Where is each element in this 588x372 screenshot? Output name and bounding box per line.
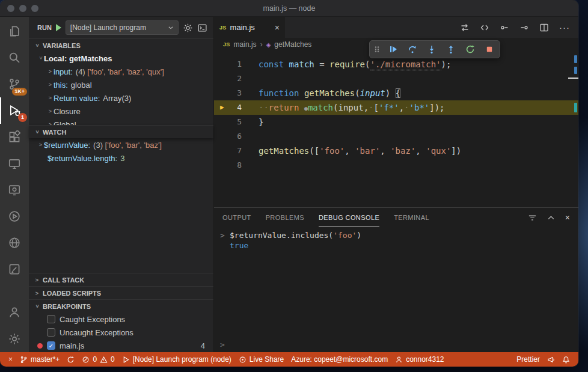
watch-section-header[interactable]: > WATCH (29, 125, 213, 138)
restart-button[interactable] (462, 41, 478, 57)
sync-icon (67, 356, 75, 364)
scope-row-global[interactable]: > Global (29, 118, 213, 125)
sidebar-item-remote-monitor[interactable] (0, 177, 29, 203)
console-input-row[interactable]: > (214, 340, 578, 350)
sidebar-item-run-debug[interactable]: 1 (0, 97, 29, 124)
breakpoint-label: Caught Exceptions (60, 315, 125, 324)
breakpoint-dot-icon (37, 343, 43, 349)
launch-label: [Node] Launch program (node) (133, 355, 231, 364)
play-outline-icon (122, 356, 130, 364)
breakpoint-row-caught[interactable]: Caught Exceptions (29, 313, 213, 326)
step-out-button[interactable] (443, 41, 459, 57)
overview-ruler-mark (574, 67, 577, 74)
checkbox-unchecked[interactable] (47, 328, 55, 337)
chevron-down-icon: > (38, 55, 44, 61)
close-button[interactable] (7, 5, 14, 12)
start-debug-button[interactable] (56, 24, 61, 31)
scope-row[interactable]: > Local: getMatches (29, 52, 213, 65)
play-circle-icon (8, 210, 21, 223)
checkbox-checked[interactable]: ✓ (47, 341, 55, 350)
step-into-button[interactable] (424, 41, 439, 57)
next-change-icon[interactable] (519, 23, 529, 32)
variable-row-input[interactable]: > input:(4) ['foo', 'bar', 'baz', 'qux'] (29, 65, 213, 78)
code-chevrons-icon[interactable] (480, 23, 489, 32)
continue-button[interactable] (385, 41, 401, 57)
close-panel-icon[interactable]: × (565, 213, 570, 222)
split-editor-icon[interactable] (539, 23, 549, 32)
watch-row-returnvalue[interactable]: > $returnValue:(3) ['foo', 'bar', 'baz'] (29, 138, 213, 151)
sidebar-item-web[interactable] (0, 230, 29, 256)
step-over-button[interactable] (405, 41, 420, 57)
sidebar-item-accounts[interactable] (0, 299, 29, 326)
tab-problems[interactable]: PROBLEMS (266, 208, 304, 227)
overview-ruler-mark (574, 103, 577, 112)
checkbox-unchecked[interactable] (47, 315, 55, 323)
sidebar-item-github-pr[interactable] (0, 256, 29, 282)
remote-explorer-icon (8, 157, 21, 170)
sidebar-item-remote-explorer[interactable] (0, 150, 29, 177)
debug-launch-item[interactable]: [Node] Launch program (node) (118, 352, 235, 367)
azure-label: Azure: copeet@microsoft.com (291, 355, 388, 364)
chevron-right-icon: > (47, 95, 54, 101)
launch-config-label: [Node] Launch program (70, 23, 146, 32)
scope-row-closure[interactable]: > Closure (29, 105, 213, 118)
problems-item[interactable]: 0 0 (78, 352, 118, 367)
tab-terminal[interactable]: TERMINAL (394, 208, 429, 227)
collapse-panel-icon[interactable] (547, 213, 556, 222)
gear-icon[interactable] (183, 23, 193, 33)
scm-badge: 1K+ (12, 88, 27, 96)
breadcrumb-symbol[interactable]: getMatches (274, 40, 311, 49)
launch-config-select[interactable]: [Node] Launch program (66, 20, 179, 35)
breadcrumb-file[interactable]: main.js (234, 40, 257, 49)
prev-change-icon[interactable] (500, 23, 509, 32)
formatter-item[interactable]: Prettier (513, 352, 544, 367)
breakpoint-label: main.js (60, 341, 84, 350)
live-share-icon (239, 356, 247, 364)
live-share-item[interactable]: Live Share (235, 352, 287, 367)
variable-row-return-value[interactable]: > Return value:Array(3) (29, 91, 213, 105)
tab-output[interactable]: OUTPUT (222, 208, 251, 227)
toolbar-drag-handle[interactable] (372, 41, 382, 57)
azure-account-item[interactable]: Azure: copeet@microsoft.com (287, 352, 391, 367)
filter-icon[interactable] (528, 213, 537, 222)
sidebar-item-explorer[interactable] (0, 18, 29, 44)
notifications-item[interactable] (559, 352, 574, 367)
open-console-icon[interactable] (197, 23, 207, 33)
watch-tree: > $returnValue:(3) ['foo', 'bar', 'baz']… (29, 138, 213, 165)
minimize-button[interactable] (19, 5, 26, 12)
code-editor[interactable]: 1 const match = require('./micromatch');… (214, 51, 578, 207)
stop-button[interactable] (482, 41, 497, 57)
remote-indicator[interactable]: × (5, 352, 16, 367)
breakpoint-row-uncaught[interactable]: Uncaught Exceptions (29, 326, 213, 339)
restart-icon (465, 44, 475, 54)
breadcrumb-separator-icon: › (260, 40, 263, 49)
call-stack-section-header[interactable]: > CALL STACK (29, 273, 213, 286)
swap-icon[interactable] (460, 23, 470, 32)
sidebar-item-search[interactable] (0, 44, 29, 71)
tab-debug-console[interactable]: DEBUG CONSOLE (319, 208, 379, 227)
console-input-chevron-icon: > (220, 340, 230, 350)
zoom-button[interactable] (31, 5, 38, 12)
more-actions-icon[interactable]: ··· (559, 22, 570, 32)
breakpoints-section-header[interactable]: > BREAKPOINTS (29, 299, 213, 313)
sidebar-item-settings[interactable] (0, 326, 29, 352)
variable-row-this[interactable]: > this:global (29, 78, 213, 91)
variables-section-header[interactable]: > VARIABLES (29, 38, 213, 52)
monitor-icon (8, 183, 21, 197)
debug-badge: 1 (18, 113, 27, 122)
debug-console: >$returnValue.includes('foo') true > (214, 227, 578, 352)
sync-item[interactable] (63, 352, 78, 367)
globe-icon (8, 236, 21, 249)
code-line-3: 3 function getMatches(input) { (214, 86, 578, 100)
close-tab-icon[interactable]: × (275, 23, 280, 32)
tab-mainjs[interactable]: JS main.js × (214, 17, 285, 38)
git-branch-item[interactable]: master*+ (16, 352, 63, 367)
sidebar-item-source-control[interactable]: 1K+ (0, 71, 29, 97)
feedback-item[interactable] (544, 352, 559, 367)
sidebar-item-test-explorer[interactable] (0, 203, 29, 230)
github-account-item[interactable]: connor4312 (391, 352, 447, 367)
loaded-scripts-section-header[interactable]: > LOADED SCRIPTS (29, 286, 213, 299)
breakpoint-row-mainjs[interactable]: ✓ main.js 4 (29, 339, 213, 352)
sidebar-item-extensions[interactable] (0, 124, 29, 150)
watch-row-length[interactable]: $returnValue.length:3 (29, 151, 213, 165)
